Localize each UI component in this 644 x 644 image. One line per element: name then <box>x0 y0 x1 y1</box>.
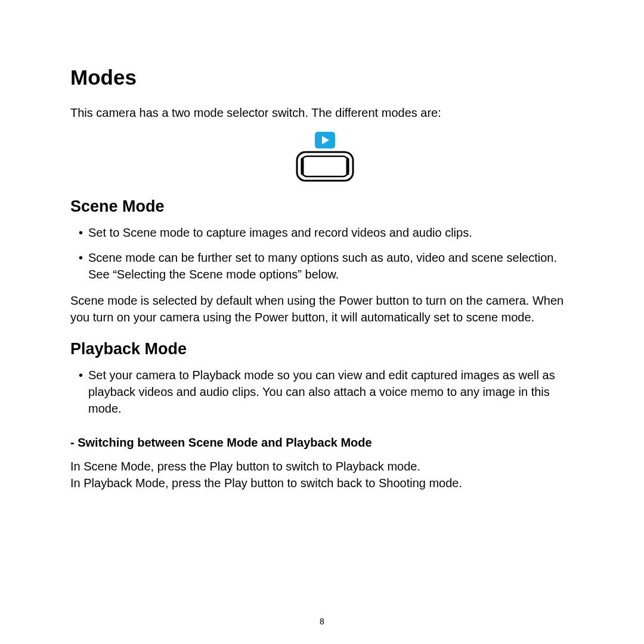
list-item: Set to Scene mode to capture images and … <box>79 224 580 241</box>
list-item: Set your camera to Playback mode so you … <box>79 367 580 417</box>
scene-mode-bullets: Set to Scene mode to capture images and … <box>70 224 580 283</box>
switching-line-1: In Scene Mode, press the Play button to … <box>70 458 580 475</box>
list-item: Scene mode can be further set to many op… <box>79 249 580 283</box>
playback-mode-heading: Playback Mode <box>70 340 580 358</box>
switching-heading: - Switching between Scene Mode and Playb… <box>70 436 580 450</box>
scene-mode-body: Scene mode is selected by default when u… <box>70 292 580 326</box>
scene-mode-heading: Scene Mode <box>70 197 580 216</box>
svg-marker-0 <box>322 136 329 144</box>
page-number: 8 <box>0 617 644 626</box>
svg-rect-2 <box>302 156 348 177</box>
play-icon <box>315 132 335 148</box>
mode-selector-illustration <box>70 132 580 182</box>
playback-mode-bullets: Set your camera to Playback mode so you … <box>70 367 580 417</box>
selector-button-icon <box>296 151 354 182</box>
page-title: Modes <box>70 66 580 89</box>
switching-line-2: In Playback Mode, press the Play button … <box>70 475 580 491</box>
intro-text: This camera has a two mode selector swit… <box>70 105 580 121</box>
